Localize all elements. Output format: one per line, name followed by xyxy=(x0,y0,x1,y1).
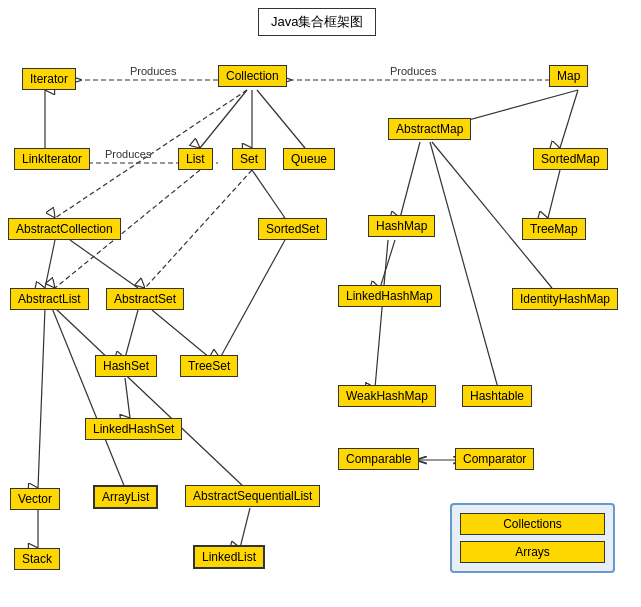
node-treemap: TreeMap xyxy=(522,218,586,240)
node-hashtable: Hashtable xyxy=(462,385,532,407)
node-linkiterator: LinkIterator xyxy=(14,148,90,170)
node-queue: Queue xyxy=(283,148,335,170)
svg-line-7 xyxy=(200,90,247,148)
node-treeset: TreeSet xyxy=(180,355,238,377)
svg-line-18 xyxy=(145,170,252,288)
title-text: Java集合框架图 xyxy=(271,14,363,29)
svg-line-25 xyxy=(52,308,125,488)
svg-line-23 xyxy=(125,378,130,418)
svg-line-17 xyxy=(252,170,285,218)
diagram-container: Produces Produces Produces xyxy=(0,0,641,607)
node-hashmap: HashMap xyxy=(368,215,435,237)
node-abstractsequentiallist: AbstractSequentialList xyxy=(185,485,320,507)
svg-line-29 xyxy=(380,240,395,288)
legend-arrays: Arrays xyxy=(460,541,605,563)
svg-line-26 xyxy=(55,308,245,488)
svg-line-13 xyxy=(548,170,560,218)
svg-line-30 xyxy=(375,240,388,388)
node-weakhashmap: WeakHashMap xyxy=(338,385,436,407)
svg-line-11 xyxy=(560,90,578,148)
node-abstractlist: AbstractList xyxy=(10,288,89,310)
node-linkedhashmap: LinkedHashMap xyxy=(338,285,441,307)
node-abstractcollection: AbstractCollection xyxy=(8,218,121,240)
node-sortedmap: SortedMap xyxy=(533,148,608,170)
node-comparable: Comparable xyxy=(338,448,419,470)
node-identityhashmap: IdentityHashMap xyxy=(512,288,618,310)
svg-line-22 xyxy=(152,310,210,358)
node-linkedhashset: LinkedHashSet xyxy=(85,418,182,440)
node-sortedset: SortedSet xyxy=(258,218,327,240)
legend-collections: Collections xyxy=(460,513,605,535)
node-arraylist: ArrayList xyxy=(93,485,158,509)
node-hashset: HashSet xyxy=(95,355,157,377)
node-map: Map xyxy=(549,65,588,87)
svg-line-31 xyxy=(430,142,498,388)
svg-line-16 xyxy=(70,240,138,288)
svg-line-24 xyxy=(38,308,45,488)
svg-text:Produces: Produces xyxy=(105,148,152,160)
node-collection: Collection xyxy=(218,65,287,87)
svg-line-20 xyxy=(220,240,285,358)
node-list: List xyxy=(178,148,213,170)
svg-text:Produces: Produces xyxy=(130,65,177,77)
svg-line-28 xyxy=(240,508,250,548)
node-abstractset: AbstractSet xyxy=(106,288,184,310)
node-vector: Vector xyxy=(10,488,60,510)
svg-line-21 xyxy=(125,310,138,358)
svg-line-12 xyxy=(400,142,420,218)
node-set: Set xyxy=(232,148,266,170)
svg-line-9 xyxy=(257,90,305,148)
legend-box: Collections Arrays xyxy=(450,503,615,573)
svg-text:Produces: Produces xyxy=(390,65,437,77)
node-abstractmap: AbstractMap xyxy=(388,118,471,140)
title-box: Java集合框架图 xyxy=(258,8,376,36)
node-linkedlist: LinkedList xyxy=(193,545,265,569)
node-iterator: Iterator xyxy=(22,68,76,90)
node-stack: Stack xyxy=(14,548,60,570)
svg-line-15 xyxy=(45,240,55,288)
node-comparator: Comparator xyxy=(455,448,534,470)
